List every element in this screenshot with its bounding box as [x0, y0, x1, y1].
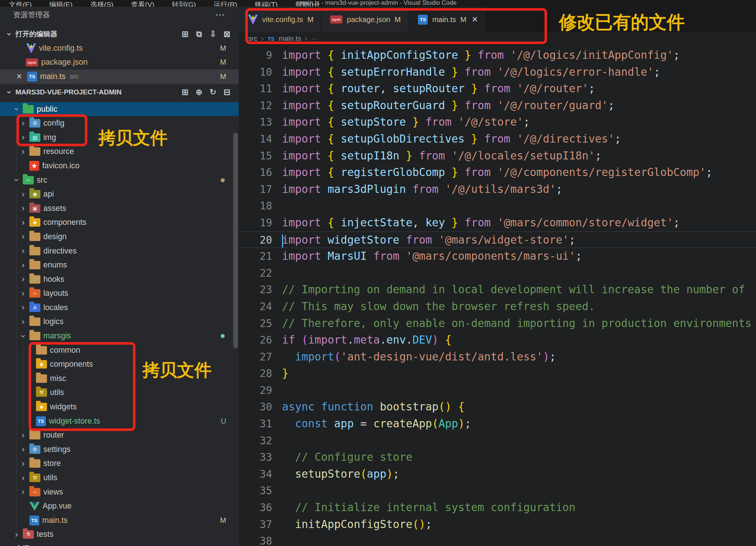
open-editor-package.json[interactable]: npmpackage.jsonM [0, 55, 239, 70]
tree-item-views[interactable]: ›‹›views [0, 485, 239, 499]
close-all-editors-icon[interactable]: ⊠ [222, 29, 232, 39]
menu-item[interactable]: 文件(F) [0, 1, 40, 7]
code-line-text[interactable]: // Therefore, only enable on-demand impo… [282, 315, 756, 332]
tree-item-store[interactable]: ›store [0, 457, 239, 471]
git-status-badge: U [221, 417, 226, 425]
outline-section-header[interactable]: › 大纲 [0, 542, 239, 546]
folder-views-icon: ‹› [29, 488, 40, 496]
toggle-editor-layout-icon[interactable]: ⧉ [194, 29, 204, 39]
menu-item[interactable]: 选择(S) [82, 1, 122, 7]
tree-item-design[interactable]: ›design [0, 230, 239, 244]
open-editor-path: src [70, 73, 79, 80]
tree-item-assets[interactable]: ›▣assets [0, 201, 239, 216]
more-actions-icon[interactable]: ⋯ [215, 9, 225, 21]
code-line-text[interactable]: import widgetStore from '@mars/widget-st… [282, 232, 756, 248]
tree-item-layouts[interactable]: ›‹›layouts [0, 287, 239, 301]
code-line-text[interactable]: import { setupGlobDirectives } from '/@/… [282, 131, 756, 148]
open-editors-section-header[interactable]: › 打开的编辑器 ⊞⧉⇩⊠ [0, 27, 239, 41]
code-line-text[interactable]: async function bootstrap() { [282, 399, 756, 416]
tree-item-tests[interactable]: ›⚗tests [0, 528, 239, 542]
menu-item[interactable]: 转到(G) [163, 1, 205, 7]
tree-item-src[interactable]: ›‹›src [0, 173, 239, 187]
code-line-text[interactable]: import('ant-design-vue/dist/antd.less'); [282, 349, 756, 366]
tree-item-enums[interactable]: ›enums [0, 258, 239, 272]
line-number: 32 [239, 432, 282, 449]
menu-item[interactable]: 终端(T) [246, 1, 286, 7]
tree-item-directives[interactable]: ›directives [0, 244, 239, 258]
code-line-text[interactable] [282, 198, 756, 215]
tree-item-label: directives [43, 247, 77, 256]
npm-icon: npm [26, 58, 38, 67]
chevron-right-icon: › [19, 275, 27, 284]
code-line-text[interactable]: import { setupRouterGuard } from '/@/rou… [282, 97, 756, 114]
line-number: 33 [239, 449, 282, 466]
tree-item-components[interactable]: ›◆components [0, 216, 239, 230]
code-line-text[interactable]: // Configure store [282, 449, 756, 466]
chevron-right-icon: › [19, 204, 27, 213]
code-line-text[interactable]: import { initAppConfigStore } from '/@/l… [282, 47, 756, 64]
code-line-text[interactable]: import { router, setupRouter } from '/@/… [282, 80, 756, 97]
code-line-text[interactable]: // Importing on demand in local developm… [282, 281, 756, 298]
open-editor-main.ts[interactable]: ✕TSmain.tssrcM [0, 69, 239, 84]
code-line-text[interactable]: } [282, 365, 756, 382]
menu-item[interactable]: 运行(R) [205, 1, 246, 7]
new-file-icon[interactable]: ⊞ [180, 87, 190, 97]
git-status-badge: M [220, 516, 226, 525]
line-number: 22 [239, 265, 282, 282]
code-line-text[interactable] [282, 482, 756, 499]
close-icon[interactable]: ✕ [16, 72, 25, 81]
chevron-right-icon: › [19, 232, 27, 241]
tree-item-locales[interactable]: ›Alocales [0, 301, 239, 315]
code-line-text[interactable]: import { injectState, key } from '@mars/… [282, 215, 756, 231]
tree-item-app.vue[interactable]: App.vue [0, 499, 239, 513]
code-line-13: 13import { setupStore } from '/@/store'; [239, 114, 756, 131]
code-editor[interactable]: 9import { initAppConfigStore } from '/@/… [239, 45, 756, 546]
code-line-text[interactable]: import { setupI18n } from '/@/locales/se… [282, 148, 756, 165]
folder-open-icon [29, 332, 40, 340]
sidebar-scrollbar[interactable] [233, 133, 238, 348]
vite-icon [26, 43, 36, 53]
menu-item[interactable]: 查看(V) [122, 1, 163, 7]
code-line-text[interactable]: initAppConfigStore(); [282, 516, 756, 533]
code-line-text[interactable]: // Initialize internal system configurat… [282, 499, 756, 516]
tree-item-settings[interactable]: ›⚙settings [0, 442, 239, 457]
tree-item-hooks[interactable]: ›ʃhooks [0, 272, 239, 287]
explorer-title: 资源管理器 [13, 10, 50, 20]
code-line-text[interactable]: // This may slow down the browser refres… [282, 298, 756, 315]
code-line-text[interactable]: if (import.meta.env.DEV) { [282, 332, 756, 349]
new-folder-icon[interactable]: ⊕ [194, 87, 204, 97]
code-line-text[interactable]: import { setupStore } from '/@/store'; [282, 114, 756, 131]
folder-assets-icon: ▣ [29, 204, 40, 213]
tree-item-marsgis[interactable]: ›marsgis [0, 329, 239, 343]
new-untitled-file-icon[interactable]: ⊞ [180, 29, 190, 39]
line-number: 26 [239, 332, 282, 349]
code-line-text[interactable] [282, 265, 756, 282]
tree-item-utils[interactable]: ›⚒utils [0, 471, 239, 485]
code-line-26: 26if (import.meta.env.DEV) { [239, 332, 756, 349]
refresh-explorer-icon[interactable]: ↻ [208, 87, 218, 97]
code-line-text[interactable]: import MarsUI from '@mars/components/mar… [282, 248, 756, 265]
code-line-text[interactable]: setupStore(app); [282, 466, 756, 483]
line-number: 31 [239, 416, 282, 432]
tree-item-favicon.ico[interactable]: ★favicon.ico [0, 159, 239, 173]
code-line-text[interactable] [282, 382, 756, 399]
project-section-header[interactable]: › MARS3D-VUE-PROJECT-ADMIN ⊞⊕↻⊟ [0, 85, 239, 99]
code-line-text[interactable]: import { setupErrorHandle } from '/@/log… [282, 64, 756, 81]
code-line-text[interactable]: const app = createApp(App); [282, 416, 756, 432]
save-all-icon[interactable]: ⇩ [208, 29, 218, 39]
open-editor-vite.config.ts[interactable]: vite.config.tsM [0, 41, 239, 55]
modified-badge: M [220, 58, 226, 67]
tree-item-logics[interactable]: ›logics [0, 315, 239, 329]
outline-label: 大纲 [15, 544, 29, 546]
tree-item-api[interactable]: ›◉api [0, 187, 239, 201]
code-line-text[interactable] [282, 533, 756, 546]
tree-item-main.ts[interactable]: TSmain.tsM [0, 513, 239, 528]
code-line-text[interactable]: import mars3dPlugin from '/@/utils/mars3… [282, 181, 756, 198]
code-line-24: 24// This may slow down the browser refr… [239, 298, 756, 315]
line-number: 27 [239, 349, 282, 366]
menu-item[interactable]: 编辑(E) [40, 1, 81, 7]
code-line-text[interactable] [282, 432, 756, 449]
git-status-dot [221, 334, 225, 338]
code-line-text[interactable]: import { registerGlobComp } from '/@/com… [282, 164, 756, 181]
collapse-folders-icon[interactable]: ⊟ [222, 87, 232, 97]
